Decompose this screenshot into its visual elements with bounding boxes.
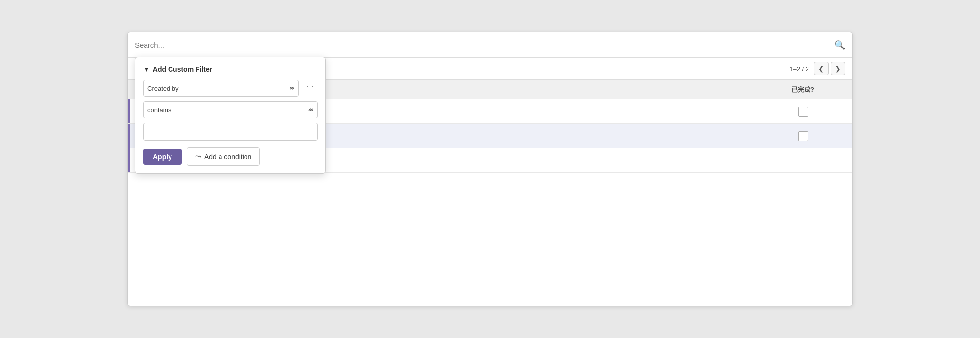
pagination: 1–2 / 2 ❮ ❯	[789, 62, 845, 75]
dropdown-title: ▼ Add Custom Filter	[143, 65, 318, 73]
dropdown-arrow-icon: ▼	[143, 65, 150, 73]
add-condition-button[interactable]: ⤳ Add a condition	[187, 147, 260, 166]
pagination-next-button[interactable]: ❯	[831, 62, 845, 75]
plus-icon: ⤳	[195, 152, 201, 161]
checkbox-1[interactable]	[798, 107, 808, 117]
apply-button[interactable]: Apply	[143, 149, 182, 165]
filter-field-select[interactable]: Created by Name Status Date	[143, 80, 299, 97]
toolbar: ◢ Filters ▼ ≡ Group By ▼ ★ Favorites ▼ 1…	[128, 58, 852, 80]
filter-operator-row: contains does not contain = !=	[143, 101, 318, 118]
table-header-done-label: 已完成?	[791, 85, 814, 94]
main-container: 🔍 ◢ Filters ▼ ≡ Group By ▼ ★ Favorites ▼…	[127, 32, 853, 306]
search-input[interactable]	[135, 41, 834, 49]
apply-label: Apply	[153, 153, 172, 161]
dropdown-title-text: Add Custom Filter	[153, 65, 212, 73]
search-bar: 🔍	[128, 32, 852, 58]
add-condition-label: Add a condition	[204, 153, 252, 161]
filter-field-row: Created by Name Status Date 🗑	[143, 80, 318, 97]
table-cell-done-2	[754, 131, 852, 141]
filter-actions: Apply ⤳ Add a condition	[143, 147, 318, 166]
checkbox-2[interactable]	[798, 131, 808, 141]
pagination-prev-button[interactable]: ❮	[814, 62, 829, 75]
delete-condition-button[interactable]: 🗑	[303, 81, 318, 96]
search-icon[interactable]: 🔍	[834, 40, 845, 50]
filter-value-input[interactable]	[143, 123, 318, 141]
table-header-done: 已完成?	[754, 80, 852, 99]
custom-filter-dropdown: ▼ Add Custom Filter Created by Name Stat…	[135, 57, 326, 174]
table-cell-done-1	[754, 107, 852, 117]
filter-value-row	[143, 123, 318, 141]
filter-operator-select[interactable]: contains does not contain = !=	[143, 101, 318, 118]
pagination-info: 1–2 / 2	[789, 65, 809, 72]
trash-icon: 🗑	[306, 84, 314, 93]
